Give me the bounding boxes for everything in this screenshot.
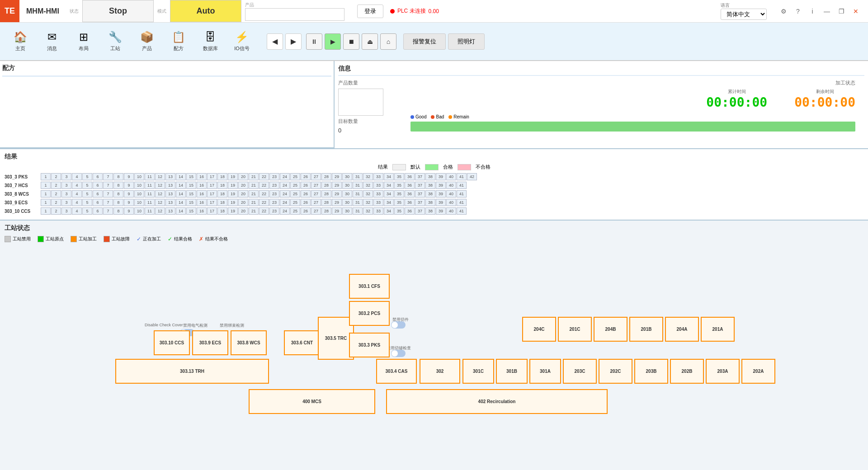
result-cell[interactable]: 10	[134, 199, 144, 206]
result-cell[interactable]: 7	[103, 190, 113, 197]
result-cell[interactable]: 39	[436, 182, 446, 189]
result-cell[interactable]: 42	[467, 173, 477, 180]
result-cell[interactable]: 9	[124, 182, 134, 189]
result-cell[interactable]: 29	[332, 173, 342, 180]
result-cell[interactable]: 24	[280, 207, 290, 215]
result-cell[interactable]: 25	[290, 207, 300, 215]
result-cell[interactable]: 27	[311, 182, 321, 189]
result-cell[interactable]: 20	[238, 173, 248, 180]
result-cell[interactable]: 10	[134, 173, 144, 180]
result-cell[interactable]: 37	[415, 182, 425, 189]
settings-icon[interactable]: ⚙	[778, 6, 789, 17]
result-cell[interactable]: 20	[238, 182, 248, 189]
result-cell[interactable]: 35	[394, 173, 404, 180]
result-cell[interactable]: 32	[363, 199, 373, 206]
toolbar-item-产品[interactable]: 📦 产品	[131, 27, 163, 56]
result-cell[interactable]: 22	[259, 207, 269, 215]
maximize-button[interactable]: ❐	[836, 6, 847, 17]
result-cell[interactable]: 28	[321, 190, 331, 197]
result-cell[interactable]: 4	[72, 190, 82, 197]
station-201A[interactable]: 201A	[701, 317, 735, 342]
station-201B[interactable]: 201B	[629, 317, 663, 342]
result-cell[interactable]: 6	[93, 199, 103, 206]
result-cell[interactable]: 1	[41, 182, 51, 189]
result-cell[interactable]: 27	[311, 207, 321, 215]
station-204A[interactable]: 204A	[665, 317, 699, 342]
result-cell[interactable]: 18	[217, 182, 227, 189]
result-cell[interactable]: 18	[217, 199, 227, 206]
result-cell[interactable]: 5	[82, 190, 92, 197]
result-cell[interactable]: 36	[405, 173, 415, 180]
alarm-reset-button[interactable]: 报警复位	[403, 33, 446, 50]
result-cell[interactable]: 17	[207, 190, 217, 197]
result-cell[interactable]: 21	[249, 199, 259, 206]
result-cell[interactable]: 34	[384, 173, 394, 180]
result-cell[interactable]: 19	[228, 190, 238, 197]
result-cell[interactable]: 41	[457, 182, 467, 189]
result-cell[interactable]: 21	[249, 190, 259, 197]
result-cell[interactable]: 36	[405, 182, 415, 189]
result-cell[interactable]: 40	[446, 173, 456, 180]
station-303.2 PCS[interactable]: 303.2 PCS	[349, 301, 390, 326]
result-cell[interactable]: 31	[353, 199, 363, 206]
result-cell[interactable]: 6	[93, 207, 103, 215]
result-cell[interactable]: 3	[61, 199, 71, 206]
info-icon[interactable]: i	[807, 6, 818, 17]
result-cell[interactable]: 28	[321, 199, 331, 206]
toolbar-item-配方[interactable]: 📋 配方	[163, 27, 194, 56]
result-cell[interactable]: 28	[321, 207, 331, 215]
result-cell[interactable]: 7	[103, 207, 113, 215]
result-cell[interactable]: 39	[436, 207, 446, 215]
result-cell[interactable]: 23	[269, 182, 279, 189]
result-cell[interactable]: 38	[425, 199, 435, 206]
result-cell[interactable]: 12	[155, 190, 165, 197]
result-cell[interactable]: 13	[165, 190, 175, 197]
result-cell[interactable]: 21	[249, 173, 259, 180]
result-cell[interactable]: 37	[415, 199, 425, 206]
result-cell[interactable]: 39	[436, 199, 446, 206]
result-cell[interactable]: 21	[249, 182, 259, 189]
result-cell[interactable]: 41	[457, 199, 467, 206]
result-cell[interactable]: 24	[280, 182, 290, 189]
result-cell[interactable]: 35	[394, 199, 404, 206]
result-cell[interactable]: 10	[134, 182, 144, 189]
station-202A[interactable]: 202A	[741, 359, 775, 384]
result-cell[interactable]: 14	[176, 182, 186, 189]
result-cell[interactable]: 9	[124, 190, 134, 197]
station-303.10 CCS[interactable]: 303.10 CCS	[154, 330, 190, 355]
toolbar-item-IO信号[interactable]: ⚡ IO信号	[226, 27, 258, 56]
result-cell[interactable]: 3	[61, 182, 71, 189]
result-cell[interactable]: 32	[363, 207, 373, 215]
station-301A[interactable]: 301A	[529, 359, 561, 384]
result-cell[interactable]: 5	[82, 207, 92, 215]
station-303.13 TRH[interactable]: 303.13 TRH	[115, 359, 269, 384]
result-cell[interactable]: 14	[176, 190, 186, 197]
result-cell[interactable]: 28	[321, 182, 331, 189]
result-cell[interactable]: 40	[446, 182, 456, 189]
result-cell[interactable]: 29	[332, 190, 342, 197]
result-cell[interactable]: 41	[457, 173, 467, 180]
result-cell[interactable]: 22	[259, 190, 269, 197]
result-cell[interactable]: 16	[197, 182, 207, 189]
result-cell[interactable]: 35	[394, 182, 404, 189]
station-402 Recirculation[interactable]: 402 Recirculation	[386, 389, 608, 414]
result-cell[interactable]: 8	[113, 173, 123, 180]
result-cell[interactable]: 40	[446, 199, 456, 206]
result-cell[interactable]: 20	[238, 207, 248, 215]
result-cell[interactable]: 32	[363, 182, 373, 189]
station-303.5 TRC[interactable]: 303.5 TRC	[318, 317, 354, 360]
result-cell[interactable]: 38	[425, 207, 435, 215]
result-cell[interactable]: 25	[290, 190, 300, 197]
result-cell[interactable]: 11	[145, 199, 155, 206]
result-cell[interactable]: 4	[72, 173, 82, 180]
result-cell[interactable]: 29	[332, 182, 342, 189]
close-button[interactable]: ✕	[850, 6, 861, 17]
result-cell[interactable]: 8	[113, 207, 123, 215]
result-cell[interactable]: 40	[446, 190, 456, 197]
help-icon[interactable]: ?	[793, 6, 803, 17]
result-cell[interactable]: 33	[373, 190, 383, 197]
nav-back-button[interactable]: ◀	[267, 33, 283, 50]
station-303.3 PKS[interactable]: 303.3 PKS	[349, 333, 390, 357]
result-cell[interactable]: 10	[134, 207, 144, 215]
result-cell[interactable]: 1	[41, 207, 51, 215]
